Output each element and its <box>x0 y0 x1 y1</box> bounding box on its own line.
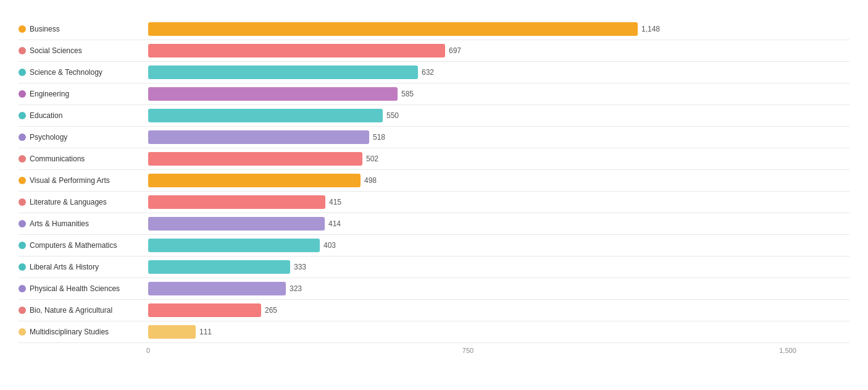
bar-label: Engineering <box>19 90 148 98</box>
bar-container: 585 <box>148 83 849 104</box>
bar-label: Social Sciences <box>19 46 148 55</box>
bar-container: 111 <box>148 321 849 342</box>
bar-row: Arts & Humanities 414 <box>19 213 849 235</box>
bar-label: Business <box>19 25 148 33</box>
bar-row: Liberal Arts & History 333 <box>19 256 849 278</box>
bar-label-text: Communications <box>30 155 85 163</box>
bar-label: Education <box>19 111 148 120</box>
bar-value: 111 <box>199 328 212 336</box>
bar-fill <box>148 325 196 339</box>
bar-label-text: Social Sciences <box>30 46 82 55</box>
bar-fill <box>148 282 286 295</box>
bar-dot <box>19 177 26 184</box>
bar-row: Education 550 <box>19 105 849 127</box>
bar-label: Literature & Languages <box>19 198 148 206</box>
bar-label-text: Computers & Mathematics <box>30 241 117 250</box>
bar-value: 415 <box>329 198 341 206</box>
x-axis-tick: 1,500 <box>779 347 796 354</box>
bar-value: 323 <box>290 284 302 293</box>
bar-dot <box>19 90 26 98</box>
bar-label: Liberal Arts & History <box>19 263 148 271</box>
bar-value: 697 <box>449 46 461 55</box>
bar-label-text: Liberal Arts & History <box>30 263 99 271</box>
bar-fill <box>148 44 445 57</box>
chart-area: Business 1,148 Social Sciences 697 Scien… <box>19 19 849 343</box>
bar-row: Engineering 585 <box>19 83 849 105</box>
bar-dot <box>19 242 26 249</box>
bar-value: 498 <box>364 176 377 185</box>
bar-container: 632 <box>148 62 849 83</box>
bar-fill <box>148 303 261 317</box>
bar-row: Literature & Languages 415 <box>19 192 849 213</box>
bar-fill <box>148 239 320 252</box>
bar-container: 333 <box>148 256 849 278</box>
bar-label: Communications <box>19 155 148 163</box>
x-axis-container: 07501,500 <box>148 345 849 358</box>
bar-row: Business 1,148 <box>19 19 849 40</box>
bar-label-text: Visual & Performing Arts <box>30 176 110 185</box>
bar-container: 414 <box>148 213 849 234</box>
bar-fill <box>148 195 325 209</box>
bar-container: 498 <box>148 170 849 191</box>
bar-label: Arts & Humanities <box>19 219 148 228</box>
bar-dot <box>19 285 26 292</box>
bar-fill <box>148 87 398 101</box>
bar-fill <box>148 109 383 122</box>
bar-label: Computers & Mathematics <box>19 241 148 250</box>
bar-container: 1,148 <box>148 19 849 40</box>
bar-row: Computers & Mathematics 403 <box>19 235 849 256</box>
bar-label-text: Engineering <box>30 90 69 98</box>
bar-label-text: Multidisciplinary Studies <box>30 328 109 336</box>
bar-container: 323 <box>148 278 849 299</box>
bar-label: Visual & Performing Arts <box>19 176 148 185</box>
bar-container: 550 <box>148 105 849 126</box>
bar-value: 550 <box>386 111 399 120</box>
bar-dot <box>19 328 26 336</box>
bar-label-text: Arts & Humanities <box>30 219 89 228</box>
bar-dot <box>19 134 26 141</box>
bar-label: Multidisciplinary Studies <box>19 328 148 336</box>
bar-dot <box>19 112 26 119</box>
bar-value: 1,148 <box>641 25 660 33</box>
bar-row: Communications 502 <box>19 148 849 170</box>
bar-container: 518 <box>148 127 849 148</box>
bar-fill <box>148 152 362 166</box>
bar-row: Physical & Health Sciences 323 <box>19 278 849 300</box>
bar-container: 502 <box>148 148 849 169</box>
bar-value: 518 <box>373 133 385 142</box>
bar-row: Social Sciences 697 <box>19 40 849 62</box>
bar-dot <box>19 263 26 271</box>
bar-dot <box>19 155 26 163</box>
bar-label-text: Science & Technology <box>30 68 102 77</box>
bar-row: Visual & Performing Arts 498 <box>19 170 849 192</box>
bar-label-text: Psychology <box>30 133 67 142</box>
x-axis-tick: 0 <box>146 347 150 354</box>
bar-dot <box>19 25 26 33</box>
bar-value: 403 <box>323 241 336 250</box>
x-axis-tick: 750 <box>462 347 474 354</box>
bar-row: Bio, Nature & Agricultural 265 <box>19 300 849 321</box>
bar-label: Bio, Nature & Agricultural <box>19 306 148 315</box>
bar-container: 403 <box>148 235 849 256</box>
bar-value: 414 <box>328 219 341 228</box>
bar-fill <box>148 130 369 144</box>
bar-label-text: Business <box>30 25 60 33</box>
bar-label-text: Bio, Nature & Agricultural <box>30 306 112 315</box>
bar-dot <box>19 198 26 206</box>
bar-fill <box>148 260 290 274</box>
bar-container: 697 <box>148 40 849 61</box>
bar-row: Science & Technology 632 <box>19 62 849 83</box>
bar-row: Psychology 518 <box>19 127 849 148</box>
bar-fill <box>148 217 325 231</box>
bar-label-text: Literature & Languages <box>30 198 107 206</box>
bar-dot <box>19 307 26 314</box>
bar-dot <box>19 220 26 227</box>
bar-fill <box>148 22 638 36</box>
bar-dot <box>19 69 26 76</box>
bar-label: Science & Technology <box>19 68 148 77</box>
bar-value: 502 <box>366 155 378 163</box>
bar-label-text: Physical & Health Sciences <box>30 284 120 293</box>
bar-value: 265 <box>265 306 277 315</box>
bar-container: 265 <box>148 300 849 321</box>
bar-fill <box>148 174 361 187</box>
